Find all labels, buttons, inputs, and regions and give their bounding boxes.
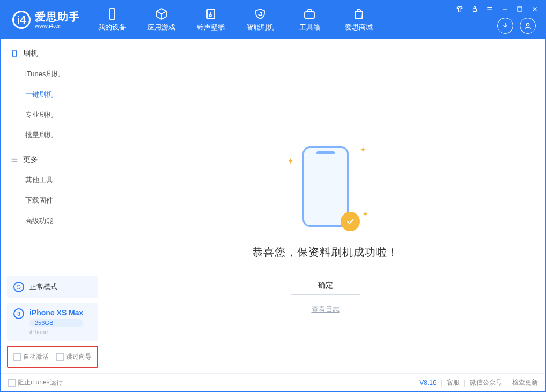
menu-icon[interactable] [484,4,495,14]
sidebar-item-pro-flash[interactable]: 专业刷机 [1,105,105,125]
sidebar-item-oneclick-flash[interactable]: 一键刷机 [1,84,105,105]
tab-store[interactable]: 爱思商城 [334,1,383,39]
refresh-icon [13,282,24,292]
device-type: iPhone [29,329,83,335]
logo-icon: i4 [12,11,31,29]
user-button[interactable] [520,18,536,34]
app-domain: www.i4.cn [35,23,80,29]
footer: 阻止iTunes运行 V8.16 | 客服 | 微信公众号 | 检查更新 [1,373,545,391]
sidebar-item-advanced[interactable]: 高级功能 [1,211,105,231]
phone-outline-icon [302,146,349,227]
sidebar-group-label: 刷机 [23,49,38,58]
device-card[interactable]: iPhone XS Max 256GB iPhone [7,303,98,341]
device-storage: 256GB [29,319,83,327]
tab-smart-flash[interactable]: 智能刷机 [235,1,285,39]
lock-icon[interactable] [469,4,480,14]
menu-lines-icon [10,156,19,164]
bag-icon [352,8,365,20]
success-title: 恭喜您，保资料刷机成功啦！ [252,245,399,260]
mode-label: 正常模式 [29,282,57,292]
toolbox-icon [303,8,316,20]
app-name: 爱思助手 [35,11,80,23]
checkbox-block-itunes[interactable]: 阻止iTunes运行 [8,378,63,387]
header: i4 爱思助手 www.i4.cn 我的设备 应用游戏 铃声壁纸 智能刷机 [1,1,545,39]
footer-right: V8.16 | 客服 | 微信公众号 | 检查更新 [419,378,538,387]
ok-button[interactable]: 确定 [291,276,360,295]
sidebar-group-label: 更多 [23,155,38,165]
music-file-icon [204,8,217,20]
phone-icon [10,49,19,58]
sidebar-item-batch-flash[interactable]: 批量刷机 [1,125,105,145]
svg-rect-0 [109,9,115,19]
tab-label: 爱思商城 [345,23,373,32]
download-button[interactable] [497,18,513,34]
version-label: V8.16 [419,379,436,387]
sidebar-group-flash: 刷机 [1,39,105,64]
tab-my-device[interactable]: 我的设备 [87,1,137,39]
tab-toolbox[interactable]: 工具箱 [285,1,334,39]
tab-apps-games[interactable]: 应用游戏 [137,1,186,39]
mode-card[interactable]: 正常模式 [7,276,98,298]
sidebar-item-itunes-flash[interactable]: iTunes刷机 [1,64,105,84]
footer-left: 阻止iTunes运行 [8,378,63,387]
svg-point-2 [209,14,211,17]
sidebar-item-download-firmware[interactable]: 下载固件 [1,190,105,211]
main-content: ✦ ✦ ✦ 恭喜您，保资料刷机成功啦！ 确定 查看日志 [105,39,545,373]
app-window: i4 爱思助手 www.i4.cn 我的设备 应用游戏 铃声壁纸 智能刷机 [0,0,546,392]
minimize-icon[interactable] [499,4,510,14]
svg-point-6 [526,23,529,26]
sidebar-item-other-tools[interactable]: 其他工具 [1,170,105,190]
success-illustration: ✦ ✦ ✦ [288,146,363,232]
sparkle-icon: ✦ [360,145,366,154]
tab-label: 智能刷机 [246,23,274,32]
tab-label: 应用游戏 [147,23,175,32]
wechat-link[interactable]: 微信公众号 [470,378,502,387]
svg-rect-5 [518,7,522,11]
logo: i4 爱思助手 www.i4.cn [1,11,87,29]
check-badge-icon [341,212,360,231]
tab-ringtones-wallpapers[interactable]: 铃声壁纸 [186,1,235,39]
sparkle-icon: ✦ [362,210,368,218]
header-right-buttons [497,18,536,34]
options-row: 自动激活 跳过向导 [7,346,98,368]
cube-icon [155,8,168,20]
sparkle-icon: ✦ [287,156,294,166]
nav-tabs: 我的设备 应用游戏 铃声壁纸 智能刷机 工具箱 爱思商城 [87,1,383,39]
titlebar-controls [454,4,540,14]
check-update-link[interactable]: 检查更新 [512,378,538,387]
shield-refresh-icon [254,8,267,20]
sidebar-bottom: 正常模式 iPhone XS Max 256GB iPhone 自动激活 跳过向… [1,276,105,373]
view-log-link[interactable]: 查看日志 [312,305,340,314]
tab-label: 铃声壁纸 [197,23,225,32]
body: 刷机 iTunes刷机 一键刷机 专业刷机 批量刷机 更多 其他工具 下载固件 … [1,39,545,373]
sidebar-group-more: 更多 [1,145,105,170]
sidebar: 刷机 iTunes刷机 一键刷机 专业刷机 批量刷机 更多 其他工具 下载固件 … [1,39,105,373]
svg-rect-8 [18,312,19,316]
logo-text: 爱思助手 www.i4.cn [35,11,80,29]
device-name: iPhone XS Max [29,308,83,317]
device-small-icon [13,308,24,319]
tab-label: 我的设备 [98,23,126,32]
shirt-icon[interactable] [454,4,465,14]
svg-rect-3 [305,12,314,18]
checkbox-auto-activate[interactable]: 自动激活 [13,352,49,361]
device-icon [106,8,119,20]
support-link[interactable]: 客服 [447,378,460,387]
svg-rect-7 [13,50,17,57]
tab-label: 工具箱 [299,23,320,32]
maximize-icon[interactable] [514,4,525,14]
close-icon[interactable] [529,4,540,14]
svg-rect-4 [473,9,477,12]
checkbox-skip-guide[interactable]: 跳过向导 [56,352,92,361]
